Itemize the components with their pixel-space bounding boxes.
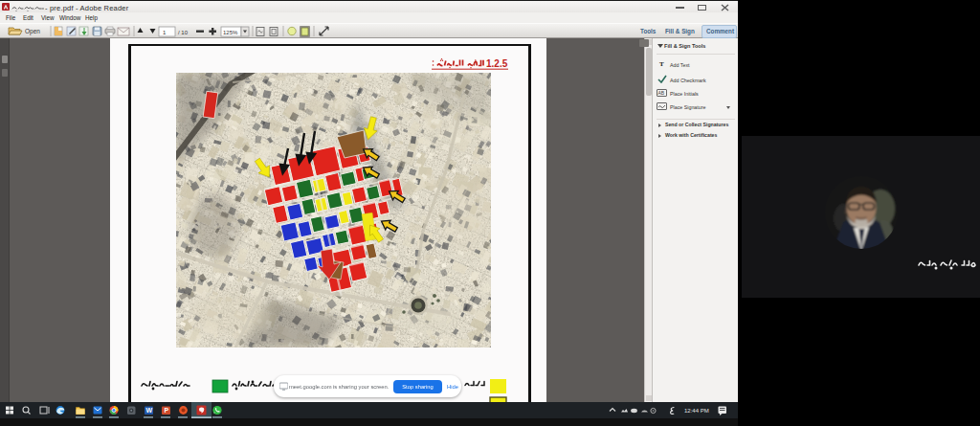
svg-text:W: W (146, 407, 153, 414)
svg-text:1.2.5: 1.2.5 (486, 58, 508, 69)
svg-text:12:44 PM: 12:44 PM (684, 408, 709, 414)
svg-text:P: P (165, 407, 169, 414)
svg-text:125%: 125% (223, 30, 238, 35)
svg-text:Open: Open (25, 28, 40, 35)
svg-text:/ 10: / 10 (178, 30, 189, 35)
